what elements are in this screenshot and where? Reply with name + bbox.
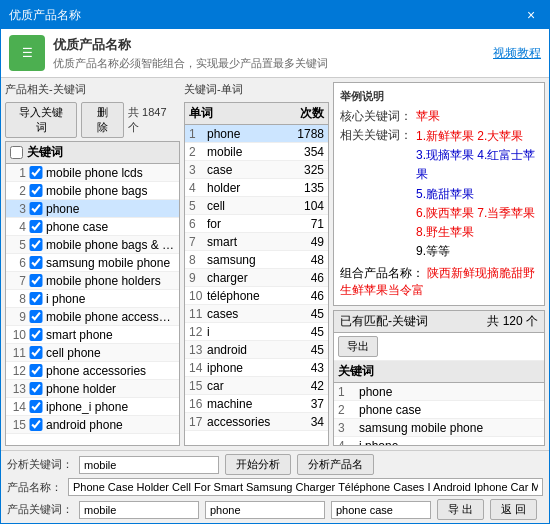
- video-link[interactable]: 视频教程: [493, 45, 541, 62]
- related-kw-9: 9.等等: [416, 244, 450, 258]
- keyword-row[interactable]: 8 i phone: [6, 290, 179, 308]
- analyze-row: 分析关键词： 开始分析 分析产品名: [7, 454, 543, 475]
- matched-kw-row[interactable]: 3 samsung mobile phone: [334, 419, 544, 437]
- word-row[interactable]: 1 phone 1788: [185, 125, 328, 143]
- matched-kw-text: phone: [359, 385, 392, 399]
- word-row[interactable]: 2 mobile 354: [185, 143, 328, 161]
- kw-checkbox[interactable]: [29, 346, 43, 359]
- word-row[interactable]: 9 charger 46: [185, 269, 328, 287]
- kw-checkbox[interactable]: [29, 328, 43, 341]
- word-count: 43: [279, 361, 324, 375]
- kw-checkbox[interactable]: [29, 382, 43, 395]
- related-kw-2: 2.大苹果: [477, 129, 523, 143]
- keyword-row[interactable]: 12 phone accessories: [6, 362, 179, 380]
- word-num: 17: [189, 415, 207, 429]
- word-count: 1788: [279, 127, 324, 141]
- word-count: 37: [279, 397, 324, 411]
- export-matched-button[interactable]: 导出: [338, 336, 378, 357]
- word-row[interactable]: 4 holder 135: [185, 179, 328, 197]
- keyword-row[interactable]: 4 phone case: [6, 218, 179, 236]
- word-row[interactable]: 16 machine 37: [185, 395, 328, 413]
- kw-checkbox[interactable]: [29, 184, 43, 197]
- word-text: holder: [207, 181, 279, 195]
- matched-kw-row[interactable]: 4 i phone: [334, 437, 544, 445]
- select-all-checkbox[interactable]: [10, 146, 23, 159]
- keyword-row[interactable]: 9 mobile phone accessories: [6, 308, 179, 326]
- word-row[interactable]: 10 téléphone 46: [185, 287, 328, 305]
- close-button[interactable]: ×: [521, 7, 541, 23]
- analyze-kw-label: 分析关键词：: [7, 457, 73, 472]
- word-text: samsung: [207, 253, 279, 267]
- count-col-header: 次数: [274, 105, 324, 122]
- word-row[interactable]: 6 for 71: [185, 215, 328, 233]
- keyword-row[interactable]: 15 android phone: [6, 416, 179, 434]
- keyword-row[interactable]: 7 mobile phone holders: [6, 272, 179, 290]
- keyword-row[interactable]: 2 mobile phone bags: [6, 182, 179, 200]
- word-row[interactable]: 3 case 325: [185, 161, 328, 179]
- word-text: android: [207, 343, 279, 357]
- kw-checkbox[interactable]: [29, 238, 43, 251]
- keyword-row[interactable]: 13 phone holder: [6, 380, 179, 398]
- matched-kw-row[interactable]: 1 phone: [334, 383, 544, 401]
- word-row[interactable]: 8 samsung 48: [185, 251, 328, 269]
- word-row[interactable]: 17 accessories 34: [185, 413, 328, 431]
- word-num: 6: [189, 217, 207, 231]
- word-row[interactable]: 15 car 42: [185, 377, 328, 395]
- keyword-row[interactable]: 11 cell phone: [6, 344, 179, 362]
- kw-checkbox[interactable]: [29, 400, 43, 413]
- matched-kw-text: i phone: [359, 439, 398, 445]
- analyze-kw-input[interactable]: [79, 456, 219, 474]
- icon-symbol: ☰: [22, 46, 33, 60]
- kw-checkbox[interactable]: [29, 220, 43, 233]
- kw-checkbox[interactable]: [29, 292, 43, 305]
- app-icon: ☰: [9, 35, 45, 71]
- kw-text: mobile phone accessories: [46, 310, 177, 324]
- word-num: 9: [189, 271, 207, 285]
- word-text: smart: [207, 235, 279, 249]
- word-num: 14: [189, 361, 207, 375]
- kw-num: 7: [8, 274, 26, 288]
- kw-checkbox[interactable]: [29, 166, 43, 179]
- delete-button[interactable]: 删 除: [81, 102, 124, 138]
- word-num: 16: [189, 397, 207, 411]
- keyword-row[interactable]: 5 mobile phone bags & cases: [6, 236, 179, 254]
- keyword-row[interactable]: 1 mobile phone lcds: [6, 164, 179, 182]
- word-text: mobile: [207, 145, 279, 159]
- example-box: 举例说明 核心关键词： 苹果 相关关键词： 1.新鲜苹果 2.大苹果 3.现摘苹…: [333, 82, 545, 306]
- word-row[interactable]: 7 smart 49: [185, 233, 328, 251]
- kw-checkbox[interactable]: [29, 202, 43, 215]
- product-kw-input-3[interactable]: [331, 501, 431, 519]
- matched-kw-row[interactable]: 2 phone case: [334, 401, 544, 419]
- kw-text: mobile phone bags: [46, 184, 177, 198]
- word-table: 单词 次数 1 phone 17882 mobile 3543 case 325…: [184, 102, 329, 446]
- analyze-name-button[interactable]: 分析产品名: [297, 454, 374, 475]
- word-row[interactable]: 14 iphone 43: [185, 359, 328, 377]
- word-text: téléphone: [207, 289, 279, 303]
- start-analyze-button[interactable]: 开始分析: [225, 454, 291, 475]
- import-keywords-button[interactable]: 导入关键词: [5, 102, 77, 138]
- header-text-block: 优质产品名称 优质产品名称必须智能组合，实现最少产品置最多关键词: [53, 36, 485, 71]
- word-count: 45: [279, 343, 324, 357]
- export-button[interactable]: 导 出: [437, 499, 484, 520]
- title-bar: 优质产品名称 ×: [1, 1, 549, 29]
- keyword-row[interactable]: 6 samsung mobile phone: [6, 254, 179, 272]
- product-name-input[interactable]: [68, 478, 543, 496]
- keyword-row[interactable]: 14 iphone_i phone: [6, 398, 179, 416]
- keyword-row[interactable]: 3 phone: [6, 200, 179, 218]
- kw-checkbox[interactable]: [29, 364, 43, 377]
- word-num: 7: [189, 235, 207, 249]
- word-row[interactable]: 11 cases 45: [185, 305, 328, 323]
- word-num: 15: [189, 379, 207, 393]
- kw-checkbox[interactable]: [29, 274, 43, 287]
- kw-checkbox[interactable]: [29, 310, 43, 323]
- product-kw-input-2[interactable]: [205, 501, 325, 519]
- word-row[interactable]: 5 cell 104: [185, 197, 328, 215]
- keyword-row[interactable]: 10 smart phone: [6, 326, 179, 344]
- product-kw-input-1[interactable]: [79, 501, 199, 519]
- back-button[interactable]: 返 回: [490, 499, 537, 520]
- kw-checkbox[interactable]: [29, 256, 43, 269]
- kw-checkbox[interactable]: [29, 418, 43, 431]
- word-row[interactable]: 13 android 45: [185, 341, 328, 359]
- word-count: 135: [279, 181, 324, 195]
- word-row[interactable]: 12 i 45: [185, 323, 328, 341]
